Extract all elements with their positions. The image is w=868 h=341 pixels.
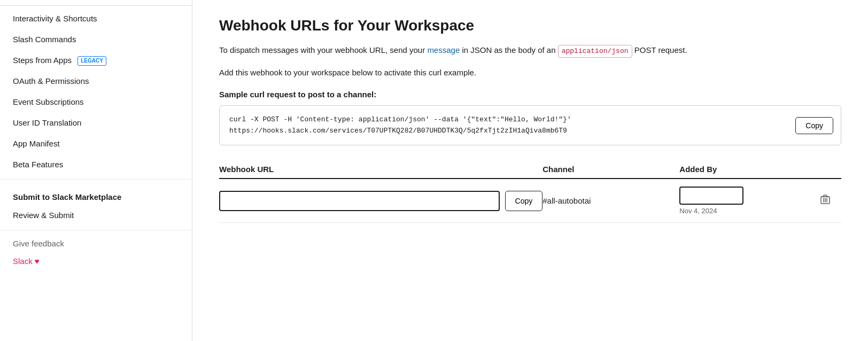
delete-webhook-button[interactable]: [816, 192, 834, 210]
col-header-action: [816, 160, 841, 179]
url-copy-button[interactable]: Copy: [505, 191, 543, 211]
added-date: Nov 4, 2024: [679, 207, 717, 215]
webhook-url-cell: Copy: [219, 179, 542, 223]
sidebar-item-user-id-translation[interactable]: User ID Translation: [0, 112, 192, 133]
section-label: Sample curl request to post to a channel…: [219, 90, 841, 99]
legacy-badge: LEGACY: [78, 56, 106, 66]
col-header-url: Webhook URL: [219, 160, 542, 179]
added-by-box: [679, 187, 743, 205]
description-paragraph: To dispatch messages with your webhook U…: [219, 44, 841, 58]
sidebar-item-beta-features[interactable]: Beta Features: [0, 154, 192, 175]
sidebar-item-steps-from-apps[interactable]: Steps from Apps LEGACY: [0, 50, 192, 71]
page-title: Webhook URLs for Your Workspace: [219, 16, 841, 35]
sidebar-item-review-submit[interactable]: Review & Submit: [0, 205, 192, 226]
sidebar-item-slash-commands[interactable]: Slash Commands: [0, 29, 192, 50]
col-header-channel: Channel: [542, 160, 679, 179]
curl-copy-button[interactable]: Copy: [795, 117, 833, 134]
webhook-table: Webhook URL Channel Added By Copy #all-a…: [219, 160, 841, 223]
webhook-url-input[interactable]: [219, 191, 500, 211]
add-webhook-text: Add this webhook to your workspace below…: [219, 66, 841, 79]
curl-command-line1: curl -X POST -H 'Content-type: applicati…: [229, 114, 787, 126]
sidebar-give-feedback[interactable]: Give feedback: [0, 235, 192, 252]
sidebar: Interactivity & Shortcuts Slash Commands…: [0, 0, 192, 341]
main-content: Webhook URLs for Your Workspace To dispa…: [192, 0, 868, 341]
col-header-added-by: Added By: [679, 160, 816, 179]
webhook-channel-cell: #all-autobotai: [542, 179, 679, 223]
webhook-delete-cell: [816, 179, 841, 223]
sidebar-item-oauth-permissions[interactable]: OAuth & Permissions: [0, 71, 192, 91]
curl-command-line2: https://hooks.slack.com/services/T07UPTK…: [229, 126, 787, 137]
sidebar-divider: [0, 179, 192, 180]
sidebar-section-submit[interactable]: Submit to Slack Marketplace: [0, 184, 192, 205]
webhook-added-by-cell: Nov 4, 2024: [679, 179, 816, 223]
sidebar-item-app-manifest[interactable]: App Manifest: [0, 133, 192, 154]
message-link[interactable]: message: [427, 45, 460, 55]
curl-box: curl -X POST -H 'Content-type: applicati…: [219, 105, 841, 146]
table-row: Copy #all-autobotai Nov 4, 2024: [219, 179, 841, 223]
trash-icon: [820, 194, 830, 205]
sidebar-divider-2: [0, 230, 192, 230]
sidebar-slack-heart[interactable]: Slack ♥: [0, 252, 192, 270]
content-type-code: application/json: [558, 45, 632, 58]
sidebar-item-interactivity[interactable]: Interactivity & Shortcuts: [0, 8, 192, 29]
sidebar-item-event-subscriptions[interactable]: Event Subscriptions: [0, 91, 192, 112]
